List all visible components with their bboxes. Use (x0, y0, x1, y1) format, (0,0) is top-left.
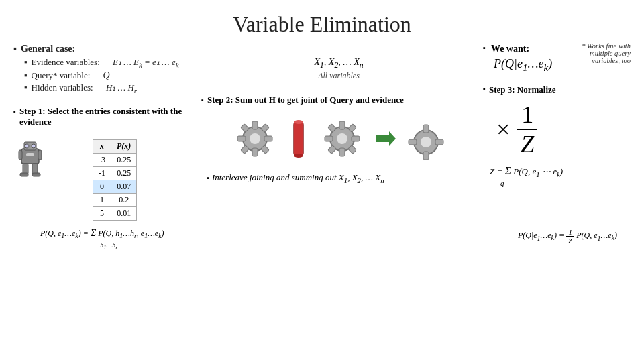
svg-point-23 (294, 154, 303, 158)
times-symbol: × (496, 115, 510, 143)
bottom-formula-left: P(Q, e1…ek) = Σ P(Q, h1…hr, e1…ek) h1…hr (40, 228, 164, 250)
we-want-math: P(Q|e1…ek) (494, 57, 552, 74)
hidden-math: H₁ … Hr (106, 82, 137, 95)
step3-content: × 1 Z (496, 101, 631, 158)
cell-p: 0.25 (111, 167, 137, 180)
bullet-dot-4: ▪ (24, 82, 28, 93)
svg-rect-38 (423, 152, 429, 160)
interleave-label: Interleave joining and summing out X1, X… (212, 172, 384, 182)
bullet-dot-3: ▪ (24, 70, 28, 81)
page-title: Variable Elimination (0, 0, 644, 44)
bullet-dot: ▪ (13, 44, 17, 54)
footnote-text: * Works fine with multiple query variabl… (564, 42, 631, 64)
svg-rect-6 (38, 150, 42, 160)
step2-section: ▪ Step 2: Sum out H to get joint of Quer… (201, 95, 476, 166)
bottom-formula-right: P(Q|e1…ek) = 1 Z P(Q, e1…ek) (518, 228, 617, 250)
z-formula: Z = Σ P(Q, e1 ⋯ ek) q (490, 165, 631, 189)
svg-point-3 (32, 144, 36, 148)
middle-column: X1, X2, … Xn All variables ▪ Step 2: Sum… (201, 44, 476, 221)
table-row-highlighted: 0 0.07 (93, 180, 137, 194)
query-math: Q (103, 70, 110, 81)
cell-x: -1 (93, 167, 111, 180)
all-variables-area: X1, X2, … Xn All variables (201, 57, 476, 81)
general-case-section: ▪ General case: ▪ Evidence variables: E₁… (13, 44, 195, 94)
cell-x: -3 (93, 154, 111, 167)
svg-rect-29 (352, 136, 360, 141)
step1-label-row: ▪ Step 1: Select the entries consistent … (13, 106, 195, 131)
cell-x: 1 (93, 194, 111, 207)
we-want-bullet: ▪ (483, 44, 486, 52)
gear-right-icon (315, 112, 369, 166)
evidence-math: E₁ … Ek = e₁ … ek (113, 57, 178, 69)
svg-point-22 (294, 120, 303, 124)
cell-p: 0.2 (111, 194, 137, 207)
table-row: -1 0.25 (93, 167, 137, 180)
svg-rect-16 (264, 136, 272, 141)
svg-rect-13 (252, 121, 258, 129)
robot-icon (13, 135, 47, 182)
bullet-dot-2: ▪ (24, 57, 28, 68)
hidden-variables-item: ▪ Hidden variables: H₁ … Hr (24, 82, 195, 95)
table-row: -3 0.25 (93, 154, 137, 167)
left-column: ▪ General case: ▪ Evidence variables: E₁… (13, 44, 195, 221)
svg-point-25 (337, 133, 347, 144)
svg-point-12 (250, 133, 260, 144)
interleave-bullet: ▪ (207, 174, 209, 182)
table-row: 5 0.01 (93, 207, 137, 221)
step2-label-row: ▪ Step 2: Sum out H to get joint of Quer… (201, 95, 476, 105)
table-row: 1 0.2 (93, 194, 137, 207)
step1-label: Step 1: Select the entries consistent wi… (19, 106, 195, 127)
svg-rect-28 (325, 136, 333, 141)
svg-rect-40 (435, 139, 443, 145)
svg-marker-34 (376, 131, 396, 146)
fraction-denominator: Z (517, 130, 538, 158)
col-x-header: x (93, 140, 111, 154)
gear-result-icon (402, 112, 449, 166)
we-want-label: We want: (491, 44, 529, 54)
svg-rect-39 (409, 139, 417, 145)
step3-bullet: ▪ (483, 84, 486, 93)
svg-rect-15 (237, 136, 246, 141)
we-want-label-row: ▪ We want: (483, 44, 552, 54)
gear-left-icon (228, 112, 282, 166)
probability-table: x P(x) -3 0.25 -1 0.25 (93, 139, 137, 221)
svg-rect-27 (339, 148, 345, 156)
arrow-icon (376, 129, 396, 149)
svg-rect-4 (26, 153, 34, 156)
svg-rect-26 (339, 121, 345, 129)
fraction-numerator: 1 (517, 101, 537, 130)
svg-rect-5 (19, 150, 22, 160)
interleave-section: ▪ Interleave joining and summing out X1,… (201, 171, 476, 184)
svg-rect-37 (423, 125, 429, 133)
svg-point-2 (25, 144, 29, 148)
svg-rect-9 (20, 173, 28, 176)
svg-point-36 (421, 137, 431, 147)
query-variable-item: ▪ Query* variable: Q (24, 70, 195, 81)
we-want-section: ▪ We want: P(Q|e1…ek) (483, 44, 552, 74)
step1-section: ▪ Step 1: Select the entries consistent … (13, 106, 195, 221)
cell-p: 0.25 (111, 154, 137, 167)
step3-label: Step 3: Normalize (489, 84, 556, 95)
step1-bullet: ▪ (13, 107, 16, 115)
step2-label: Step 2: Sum out H to get joint of Query … (207, 95, 404, 105)
cell-p: 0.07 (111, 180, 137, 194)
step3-section: ▪ Step 3: Normalize × 1 Z Z = Σ P(Q, e1 … (483, 84, 631, 189)
evidence-variables-item: ▪ Evidence variables: E₁ … Ek = e₁ … ek (24, 57, 195, 69)
svg-rect-21 (294, 122, 303, 156)
step3-label-row: ▪ Step 3: Normalize (483, 84, 631, 95)
cell-p: 0.01 (111, 207, 137, 221)
general-case-label: ▪ General case: (13, 44, 195, 54)
highlight-piece-icon (288, 115, 309, 162)
normalize-fraction: 1 Z (517, 101, 538, 158)
all-vars-label: All variables (201, 71, 476, 81)
cell-x: 5 (93, 207, 111, 221)
right-column: ▪ We want: P(Q|e1…ek) * Works fine with … (483, 44, 631, 221)
step2-bullet: ▪ (201, 96, 204, 104)
cell-x: 0 (93, 180, 111, 194)
col-p-header: P(x) (111, 140, 137, 154)
svg-rect-10 (32, 173, 40, 176)
svg-rect-14 (252, 148, 258, 156)
all-vars-formula: X1, X2, … Xn (314, 57, 363, 70)
